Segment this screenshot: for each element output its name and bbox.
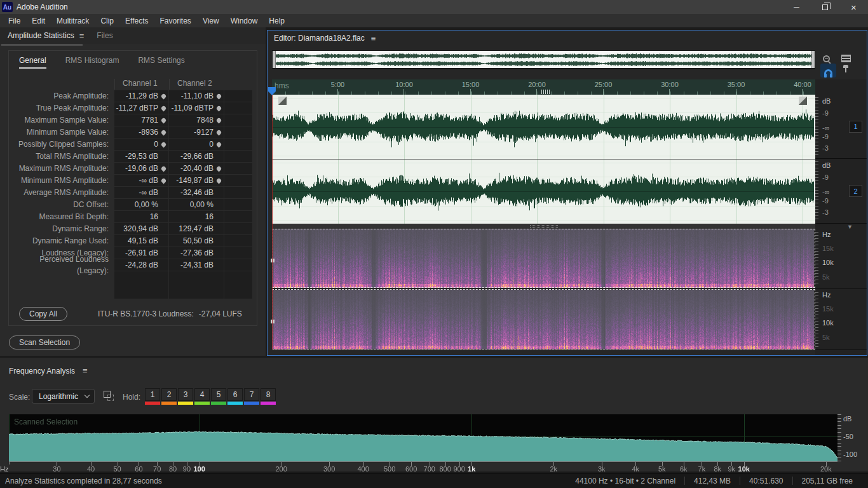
hold-button-7[interactable]: 7: [244, 388, 259, 405]
panel-menu-icon[interactable]: ≡: [371, 34, 376, 43]
frequency-axis-unit: Hz: [0, 465, 8, 473]
subtab-general[interactable]: General: [19, 56, 46, 67]
sample-pin-icon[interactable]: [214, 166, 224, 171]
scan-selection-button[interactable]: Scan Selection: [9, 336, 80, 349]
stat-value-ch1: -11,27 dBTP: [114, 102, 168, 114]
hold-button-label[interactable]: 4: [194, 388, 210, 401]
sample-pin-icon[interactable]: [214, 142, 224, 147]
sample-pin-icon[interactable]: [158, 130, 168, 135]
menu-item-favorites[interactable]: Favorites: [154, 15, 197, 27]
monitor-toggle[interactable]: [820, 64, 836, 78]
file-overview-navigator[interactable]: [272, 50, 815, 69]
zoom-out-icon[interactable]: [823, 55, 830, 62]
menu-item-clip[interactable]: Clip: [95, 15, 119, 27]
menu-item-effects[interactable]: Effects: [119, 15, 154, 27]
panel-menu-icon[interactable]: ≡: [79, 31, 85, 41]
menu-item-edit[interactable]: Edit: [26, 15, 51, 27]
hold-color-bar: [244, 402, 259, 405]
selection-handle-right[interactable]: [799, 97, 807, 105]
db-ruler-label: -∞: [822, 188, 830, 196]
hold-button-label[interactable]: 7: [244, 388, 259, 401]
sample-pin-icon[interactable]: [158, 166, 168, 171]
sample-pin-icon[interactable]: [214, 118, 224, 123]
stat-value-ch1: -8936: [114, 126, 168, 138]
hold-button-label[interactable]: 2: [161, 388, 177, 401]
overview-waveform[interactable]: [276, 51, 811, 68]
channel-list-icon[interactable]: [841, 55, 851, 62]
hold-button-1[interactable]: 1: [145, 388, 160, 405]
freq-axis-label: 1k: [468, 465, 475, 473]
scale-dropdown[interactable]: Logarithmic: [32, 389, 95, 403]
hold-button-3[interactable]: 3: [178, 388, 193, 405]
frequency-analysis-panel: Frequency Analysis ≡ Scale: Logarithmic …: [0, 358, 868, 471]
timeline-tick-label: 25:00: [595, 81, 613, 88]
hold-button-label[interactable]: 6: [227, 388, 243, 401]
sample-pin-icon[interactable]: [214, 94, 224, 98]
menu-item-multitrack[interactable]: Multitrack: [51, 15, 95, 27]
menu-item-window[interactable]: Window: [225, 15, 264, 27]
subtab-rms-settings[interactable]: RMS Settings: [138, 56, 184, 67]
column-header-channel-1: Channel 1: [114, 79, 168, 90]
selection-handle-left[interactable]: [278, 97, 287, 105]
timeline-ruler[interactable]: hms 5:0010:0015:0020:0025:0030:0035:0040…: [272, 79, 815, 95]
tab-files[interactable]: Files: [89, 28, 118, 43]
channel-badge-1[interactable]: 1: [849, 121, 862, 133]
hold-button-label[interactable]: 8: [261, 388, 276, 401]
subtab-rms-histogram[interactable]: RMS Histogram: [65, 56, 119, 67]
stat-value-text: -8936: [139, 128, 158, 137]
copy-row: Copy All ITU-R BS.1770-3 Loudness: -27,0…: [9, 306, 257, 322]
db-axis-label: -100: [843, 451, 857, 458]
menu-item-file[interactable]: File: [3, 15, 26, 27]
menu-item-view[interactable]: View: [197, 15, 225, 27]
panel-menu-icon[interactable]: ≡: [83, 366, 88, 376]
copy-graph-icon[interactable]: [104, 391, 111, 398]
sample-pin-icon[interactable]: [214, 130, 224, 135]
sample-pin-icon[interactable]: [214, 179, 224, 183]
sample-pin-icon[interactable]: [158, 179, 168, 183]
close-button[interactable]: ×: [839, 0, 868, 14]
hold-button-4[interactable]: 4: [194, 388, 210, 405]
db-ruler-label: -∞: [822, 124, 830, 132]
waveform-display[interactable]: [272, 95, 815, 224]
frequency-analysis-tab[interactable]: Frequency Analysis ≡: [9, 366, 88, 376]
frequency-chart: Scanned Selection: [9, 414, 837, 468]
waveform-spectral-divider[interactable]: [272, 224, 815, 229]
db-ruler-label: -9: [822, 197, 829, 205]
collapse-arrow-icon[interactable]: ▼: [847, 224, 853, 230]
stat-value-text: -∞ dB: [139, 176, 158, 185]
hold-button-2[interactable]: 2: [161, 388, 177, 405]
hz-ruler-label: 15k: [822, 305, 834, 313]
sample-pin-icon[interactable]: [158, 118, 168, 123]
sample-pin-icon[interactable]: [158, 106, 168, 111]
tab-amplitude-statistics[interactable]: Amplitude Statistics ≡: [0, 28, 89, 44]
spectrogram-display[interactable]: [272, 229, 815, 349]
stat-value-text: 320,94 dB: [123, 224, 158, 233]
stat-value-text: 0,00 %: [135, 200, 158, 209]
stat-row: True Peak Amplitude:-11,27 dBTP-11,09 dB…: [9, 102, 257, 114]
stat-value-text: 0: [154, 140, 158, 149]
menu-item-help[interactable]: Help: [263, 15, 290, 27]
push-pin-icon[interactable]: [843, 65, 848, 68]
restore-button[interactable]: [811, 0, 839, 14]
hold-button-5[interactable]: 5: [211, 388, 226, 405]
sample-pin-icon[interactable]: [158, 94, 168, 98]
overview-right-handle[interactable]: [811, 51, 815, 68]
channel-badge-2[interactable]: 2: [849, 185, 862, 197]
hold-button-label[interactable]: 1: [145, 388, 160, 401]
sample-pin-icon[interactable]: [214, 106, 224, 111]
minimize-button[interactable]: ─: [782, 0, 811, 14]
freq-axis-label: 900: [453, 465, 465, 473]
hold-button-label[interactable]: 5: [211, 388, 226, 401]
copy-all-button[interactable]: Copy All: [19, 307, 67, 321]
stat-blank-cell: [224, 187, 252, 198]
stat-value-ch2: -32,46 dB: [169, 187, 224, 198]
editor-tab[interactable]: Editor: Diamanda18A2.flac ≡: [268, 30, 867, 46]
hold-button-6[interactable]: 6: [227, 388, 243, 405]
hold-button-8[interactable]: 8: [261, 388, 276, 405]
stat-blank-cell: [224, 247, 252, 259]
sample-pin-icon[interactable]: [158, 142, 168, 147]
hold-button-label[interactable]: 3: [178, 388, 193, 401]
stat-blank-cell: [224, 151, 252, 162]
stat-value-ch2: -9127: [169, 126, 224, 138]
timeline-tick-label: 30:00: [661, 81, 679, 88]
